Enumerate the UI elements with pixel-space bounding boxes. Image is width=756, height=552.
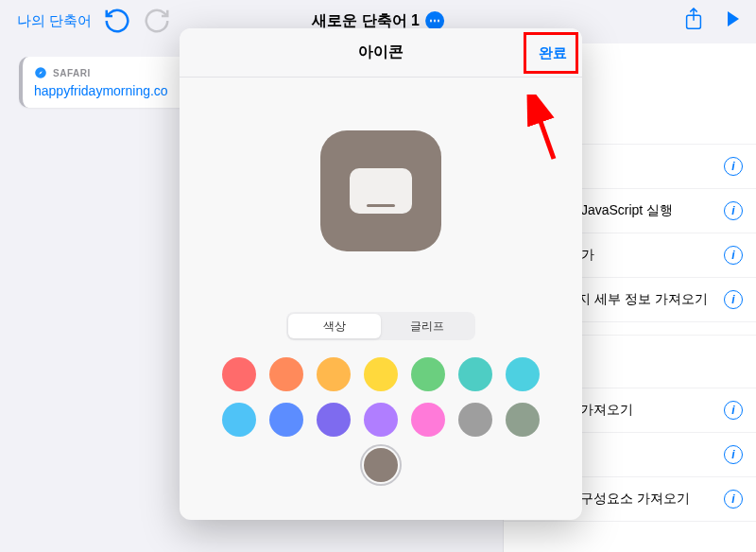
color-swatch[interactable]: [458, 357, 492, 391]
info-button[interactable]: i: [724, 445, 743, 464]
color-grid: [180, 354, 582, 497]
title-options-button[interactable]: ⋯: [425, 11, 444, 30]
info-button[interactable]: i: [724, 401, 743, 420]
annotation-arrow: [522, 95, 563, 161]
svg-rect-9: [367, 204, 395, 207]
color-swatch[interactable]: [317, 403, 351, 437]
icon-preview: [320, 130, 441, 251]
run-button[interactable]: [726, 10, 741, 31]
info-button[interactable]: i: [724, 201, 743, 220]
undo-button[interactable]: [103, 7, 131, 35]
share-button[interactable]: [684, 8, 703, 34]
safari-compass-icon: [34, 66, 47, 79]
icon-picker-modal: 아이콘 완료 색상 글리프: [180, 28, 582, 520]
info-button[interactable]: i: [724, 246, 743, 265]
color-swatch[interactable]: [364, 403, 398, 437]
color-swatch[interactable]: [364, 448, 398, 482]
redo-icon: [143, 7, 171, 35]
segment-glyph[interactable]: 글리프: [381, 314, 473, 338]
color-swatch[interactable]: [458, 403, 492, 437]
nav-back-button[interactable]: 나의 단축어: [17, 12, 92, 30]
color-swatch[interactable]: [269, 357, 303, 391]
info-button[interactable]: i: [724, 490, 743, 509]
redo-button: [143, 7, 171, 35]
modal-title: 아이콘: [358, 43, 404, 62]
safari-label: SAFARI: [53, 68, 91, 78]
color-swatch[interactable]: [317, 357, 351, 391]
color-swatch[interactable]: [269, 403, 303, 437]
share-icon: [684, 8, 703, 30]
info-button[interactable]: i: [724, 157, 743, 176]
color-swatch[interactable]: [222, 357, 256, 391]
display-glyph-icon: [348, 166, 414, 216]
color-swatch[interactable]: [506, 403, 540, 437]
color-swatch[interactable]: [411, 357, 445, 391]
color-swatch[interactable]: [222, 403, 256, 437]
color-swatch[interactable]: [506, 357, 540, 391]
segment-color[interactable]: 색상: [288, 314, 381, 338]
color-swatch[interactable]: [364, 357, 398, 391]
color-swatch[interactable]: [411, 403, 445, 437]
done-button[interactable]: 완료: [539, 43, 567, 61]
info-button[interactable]: i: [724, 290, 743, 309]
segmented-control[interactable]: 색상 글리프: [286, 312, 475, 340]
svg-line-7: [533, 100, 554, 159]
play-icon: [726, 10, 741, 27]
undo-icon: [103, 7, 131, 35]
